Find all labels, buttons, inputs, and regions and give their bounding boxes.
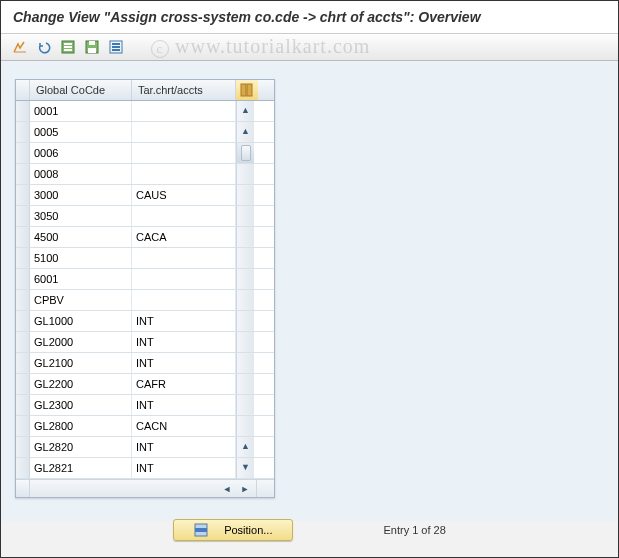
- cell-chart[interactable]: [132, 311, 236, 331]
- row-selector[interactable]: [16, 206, 30, 226]
- cell-chart[interactable]: [132, 290, 236, 310]
- cell-code[interactable]: [30, 248, 132, 268]
- row-selector[interactable]: [16, 248, 30, 268]
- row-selector[interactable]: [16, 416, 30, 436]
- vertical-scrollbar-segment[interactable]: [236, 164, 254, 184]
- cell-chart[interactable]: [132, 269, 236, 289]
- save-icon[interactable]: [83, 38, 101, 56]
- row-selector[interactable]: [16, 437, 30, 457]
- code-input[interactable]: [34, 420, 127, 432]
- code-input[interactable]: [34, 462, 127, 474]
- vertical-scrollbar-segment[interactable]: [236, 290, 254, 310]
- cell-code[interactable]: [30, 290, 132, 310]
- vertical-scrollbar-segment[interactable]: ▲: [236, 101, 254, 121]
- cell-code[interactable]: [30, 122, 132, 142]
- cell-code[interactable]: [30, 164, 132, 184]
- chart-input[interactable]: [136, 252, 231, 264]
- chart-input[interactable]: [136, 231, 231, 243]
- code-input[interactable]: [34, 126, 127, 138]
- code-input[interactable]: [34, 210, 127, 222]
- cell-code[interactable]: [30, 227, 132, 247]
- cell-code[interactable]: [30, 101, 132, 121]
- vertical-scrollbar-segment[interactable]: [236, 269, 254, 289]
- vertical-scrollbar-segment[interactable]: [236, 143, 254, 163]
- chart-input[interactable]: [136, 273, 231, 285]
- cell-chart[interactable]: [132, 101, 236, 121]
- code-input[interactable]: [34, 252, 127, 264]
- code-input[interactable]: [34, 399, 127, 411]
- cell-code[interactable]: [30, 143, 132, 163]
- code-input[interactable]: [34, 105, 127, 117]
- cell-chart[interactable]: [132, 353, 236, 373]
- column-header-chart[interactable]: Tar.chrt/accts: [132, 80, 236, 100]
- table-settings-icon[interactable]: [236, 80, 258, 100]
- vertical-scrollbar-segment[interactable]: [236, 332, 254, 352]
- deselect-icon[interactable]: [107, 38, 125, 56]
- horizontal-scrollbar[interactable]: ◄ ►: [30, 480, 256, 497]
- scroll-down-icon[interactable]: ▲: [239, 439, 253, 453]
- chart-input[interactable]: [136, 441, 231, 453]
- row-selector-header[interactable]: [16, 80, 30, 100]
- cell-chart[interactable]: [132, 164, 236, 184]
- cell-chart[interactable]: [132, 143, 236, 163]
- code-input[interactable]: [34, 315, 127, 327]
- code-input[interactable]: [34, 189, 127, 201]
- chart-input[interactable]: [136, 189, 231, 201]
- cell-code[interactable]: [30, 437, 132, 457]
- cell-chart[interactable]: [132, 227, 236, 247]
- code-input[interactable]: [34, 336, 127, 348]
- cell-code[interactable]: [30, 332, 132, 352]
- cell-code[interactable]: [30, 374, 132, 394]
- scroll-bottom-icon[interactable]: ▼: [239, 460, 253, 474]
- code-input[interactable]: [34, 231, 127, 243]
- select-all-icon[interactable]: [59, 38, 77, 56]
- vertical-scrollbar-segment[interactable]: ▼: [236, 458, 254, 478]
- undo-icon[interactable]: [35, 38, 53, 56]
- cell-code[interactable]: [30, 416, 132, 436]
- code-input[interactable]: [34, 357, 127, 369]
- cell-code[interactable]: [30, 395, 132, 415]
- cell-chart[interactable]: [132, 374, 236, 394]
- cell-chart[interactable]: [132, 437, 236, 457]
- code-input[interactable]: [34, 273, 127, 285]
- cell-chart[interactable]: [132, 332, 236, 352]
- code-input[interactable]: [34, 168, 127, 180]
- code-input[interactable]: [34, 441, 127, 453]
- chart-input[interactable]: [136, 420, 231, 432]
- cell-chart[interactable]: [132, 206, 236, 226]
- chart-input[interactable]: [136, 399, 231, 411]
- row-selector[interactable]: [16, 374, 30, 394]
- cell-chart[interactable]: [132, 185, 236, 205]
- row-selector[interactable]: [16, 143, 30, 163]
- cell-chart[interactable]: [132, 122, 236, 142]
- row-selector[interactable]: [16, 353, 30, 373]
- row-selector[interactable]: [16, 458, 30, 478]
- code-input[interactable]: [34, 378, 127, 390]
- vertical-scrollbar-segment[interactable]: [236, 185, 254, 205]
- vertical-scrollbar-segment[interactable]: ▲: [236, 122, 254, 142]
- row-selector[interactable]: [16, 164, 30, 184]
- cell-chart[interactable]: [132, 458, 236, 478]
- vertical-scrollbar-segment[interactable]: [236, 311, 254, 331]
- cell-chart[interactable]: [132, 395, 236, 415]
- vertical-scrollbar-segment[interactable]: [236, 353, 254, 373]
- chart-input[interactable]: [136, 315, 231, 327]
- row-selector[interactable]: [16, 290, 30, 310]
- row-selector[interactable]: [16, 227, 30, 247]
- scroll-right-icon[interactable]: ►: [238, 482, 252, 496]
- chart-input[interactable]: [136, 210, 231, 222]
- change-icon[interactable]: [11, 38, 29, 56]
- chart-input[interactable]: [136, 294, 231, 306]
- chart-input[interactable]: [136, 147, 231, 159]
- cell-chart[interactable]: [132, 416, 236, 436]
- column-header-code[interactable]: Global CoCde: [30, 80, 132, 100]
- row-selector[interactable]: [16, 122, 30, 142]
- scroll-up-icon[interactable]: ▲: [239, 124, 253, 138]
- cell-code[interactable]: [30, 311, 132, 331]
- cell-code[interactable]: [30, 185, 132, 205]
- row-selector[interactable]: [16, 395, 30, 415]
- cell-code[interactable]: [30, 206, 132, 226]
- row-selector[interactable]: [16, 332, 30, 352]
- chart-input[interactable]: [136, 378, 231, 390]
- chart-input[interactable]: [136, 462, 231, 474]
